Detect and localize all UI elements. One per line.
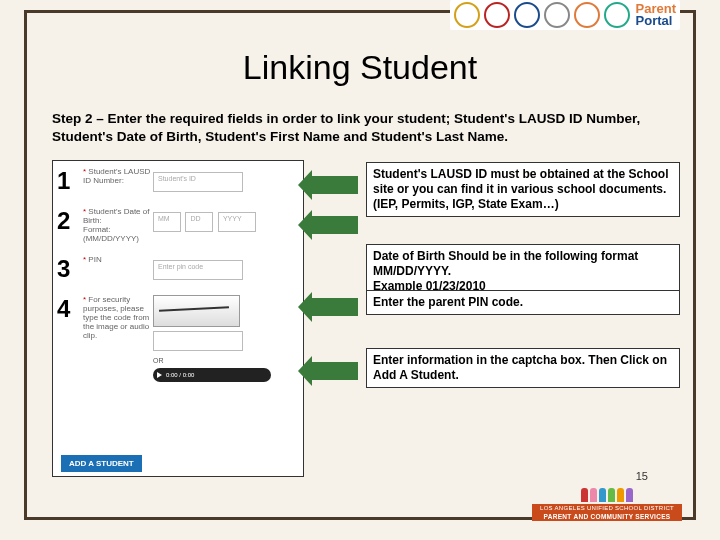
or-text: OR (153, 357, 299, 364)
step-number: 3 (57, 255, 79, 283)
step-number: 4 (57, 295, 79, 323)
arrow-icon (310, 216, 358, 234)
hint-lausd-id: Student's LAUSD ID must be obtained at t… (366, 162, 680, 217)
field-label: * For security purposes, please type the… (83, 295, 153, 340)
logo-icon (604, 2, 630, 28)
student-id-input[interactable]: Student's ID (153, 172, 243, 192)
footer-text-1: LOS ANGELES UNIFIED SCHOOL DISTRICT (532, 504, 682, 512)
hint-captcha: Enter information in the captcha box. Th… (366, 348, 680, 388)
step-number: 2 (57, 207, 79, 235)
form-row-2: 2 * Student's Date of Birth:Format: (MM/… (53, 201, 303, 249)
logo-icon (514, 2, 540, 28)
dob-yyyy-input[interactable]: YYYY (218, 212, 256, 232)
page-title: Linking Student (0, 48, 720, 87)
field-label: * Student's LAUSD ID Number: (83, 167, 153, 185)
play-icon (157, 372, 162, 378)
dob-dd-input[interactable]: DD (185, 212, 213, 232)
slide-number: 15 (636, 470, 648, 482)
field-label: * Student's Date of Birth:Format: (MM/DD… (83, 207, 153, 243)
field-label: * PIN (83, 255, 153, 264)
logo-icon (484, 2, 510, 28)
logo-icon (544, 2, 570, 28)
audio-player[interactable]: 0:00 / 0:00 (153, 368, 271, 382)
footer-text-2: PARENT AND COMMUNITY SERVICES (532, 512, 682, 521)
arrow-icon (310, 298, 358, 316)
form-row-1: 1 * Student's LAUSD ID Number: Student's… (53, 161, 303, 201)
logo-icon (454, 2, 480, 28)
logo-text-portal: Portal (636, 15, 676, 27)
captcha-image (153, 295, 240, 327)
hint-pin: Enter the parent PIN code. (366, 290, 680, 315)
intro-text: Step 2 – Enter the required fields in or… (52, 110, 668, 146)
add-student-button[interactable]: ADD A STUDENT (61, 455, 142, 472)
dob-mm-input[interactable]: MM (153, 212, 181, 232)
header-logos: Parent Portal (450, 0, 680, 30)
footer-logo: LOS ANGELES UNIFIED SCHOOL DISTRICT PARE… (532, 488, 682, 526)
logo-icon (574, 2, 600, 28)
pin-input[interactable]: Enter pin code (153, 260, 243, 280)
captcha-input[interactable] (153, 331, 243, 351)
form-row-4: 4 * For security purposes, please type t… (53, 289, 303, 388)
step-number: 1 (57, 167, 79, 195)
form-row-3: 3 * PIN Enter pin code (53, 249, 303, 289)
arrow-icon (310, 362, 358, 380)
parent-portal-logo: Parent Portal (636, 3, 676, 26)
arrow-icon (310, 176, 358, 194)
form-panel: 1 * Student's LAUSD ID Number: Student's… (52, 160, 304, 477)
audio-time: 0:00 / 0:00 (166, 372, 194, 378)
